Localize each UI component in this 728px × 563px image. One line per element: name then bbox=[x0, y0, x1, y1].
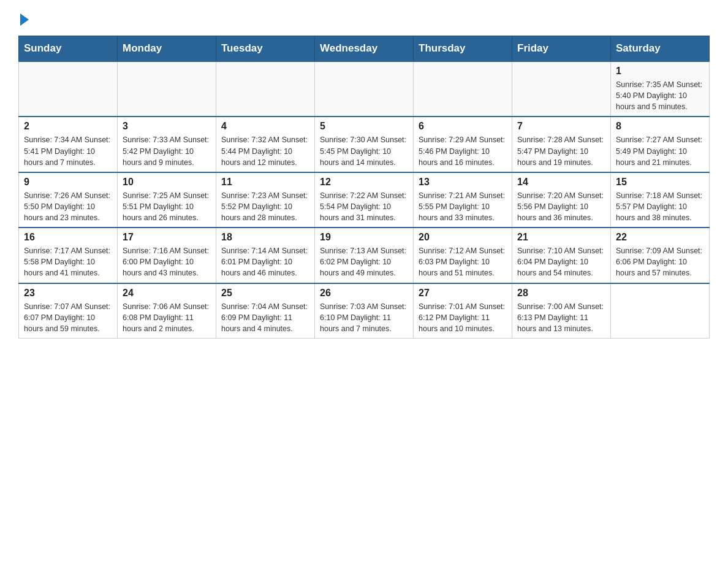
calendar-cell bbox=[611, 283, 710, 339]
calendar-cell: 6Sunrise: 7:29 AM Sunset: 5:46 PM Daylig… bbox=[414, 117, 512, 172]
day-info: Sunrise: 7:26 AM Sunset: 5:50 PM Dayligh… bbox=[24, 190, 112, 223]
calendar-cell: 18Sunrise: 7:14 AM Sunset: 6:01 PM Dayli… bbox=[216, 228, 315, 283]
calendar-cell: 20Sunrise: 7:12 AM Sunset: 6:03 PM Dayli… bbox=[414, 228, 512, 283]
calendar-week-row: 1Sunrise: 7:35 AM Sunset: 5:40 PM Daylig… bbox=[19, 61, 710, 117]
day-info: Sunrise: 7:01 AM Sunset: 6:12 PM Dayligh… bbox=[419, 301, 507, 334]
day-info: Sunrise: 7:18 AM Sunset: 5:57 PM Dayligh… bbox=[616, 190, 704, 223]
calendar-cell bbox=[216, 61, 315, 117]
calendar-cell: 25Sunrise: 7:04 AM Sunset: 6:09 PM Dayli… bbox=[216, 283, 315, 339]
day-info: Sunrise: 7:25 AM Sunset: 5:51 PM Dayligh… bbox=[123, 190, 211, 223]
day-info: Sunrise: 7:34 AM Sunset: 5:41 PM Dayligh… bbox=[24, 134, 112, 167]
calendar-cell bbox=[512, 61, 611, 117]
day-info: Sunrise: 7:17 AM Sunset: 5:58 PM Dayligh… bbox=[24, 245, 112, 278]
calendar-cell: 3Sunrise: 7:33 AM Sunset: 5:42 PM Daylig… bbox=[118, 117, 216, 172]
calendar-week-row: 16Sunrise: 7:17 AM Sunset: 5:58 PM Dayli… bbox=[19, 228, 710, 283]
day-info: Sunrise: 7:13 AM Sunset: 6:02 PM Dayligh… bbox=[320, 245, 408, 278]
day-number: 26 bbox=[320, 288, 408, 299]
calendar-cell: 23Sunrise: 7:07 AM Sunset: 6:07 PM Dayli… bbox=[19, 283, 118, 339]
day-info: Sunrise: 7:16 AM Sunset: 6:00 PM Dayligh… bbox=[123, 245, 211, 278]
day-number: 17 bbox=[123, 232, 211, 243]
calendar-header-row: SundayMondayTuesdayWednesdayThursdayFrid… bbox=[19, 36, 710, 62]
calendar-cell: 4Sunrise: 7:32 AM Sunset: 5:44 PM Daylig… bbox=[216, 117, 315, 172]
calendar-cell: 16Sunrise: 7:17 AM Sunset: 5:58 PM Dayli… bbox=[19, 228, 118, 283]
day-number: 22 bbox=[616, 232, 704, 243]
calendar-cell: 11Sunrise: 7:23 AM Sunset: 5:52 PM Dayli… bbox=[216, 172, 315, 228]
calendar-cell: 26Sunrise: 7:03 AM Sunset: 6:10 PM Dayli… bbox=[315, 283, 414, 339]
calendar-cell: 24Sunrise: 7:06 AM Sunset: 6:08 PM Dayli… bbox=[118, 283, 216, 339]
calendar-week-row: 23Sunrise: 7:07 AM Sunset: 6:07 PM Dayli… bbox=[19, 283, 710, 339]
calendar-cell bbox=[118, 61, 216, 117]
calendar-week-row: 2Sunrise: 7:34 AM Sunset: 5:41 PM Daylig… bbox=[19, 117, 710, 172]
calendar-cell: 17Sunrise: 7:16 AM Sunset: 6:00 PM Dayli… bbox=[118, 228, 216, 283]
calendar-cell: 21Sunrise: 7:10 AM Sunset: 6:04 PM Dayli… bbox=[512, 228, 611, 283]
calendar-cell: 12Sunrise: 7:22 AM Sunset: 5:54 PM Dayli… bbox=[315, 172, 414, 228]
calendar-cell: 14Sunrise: 7:20 AM Sunset: 5:56 PM Dayli… bbox=[512, 172, 611, 228]
column-header-wednesday: Wednesday bbox=[315, 36, 414, 62]
day-number: 2 bbox=[24, 121, 112, 132]
calendar-cell: 8Sunrise: 7:27 AM Sunset: 5:49 PM Daylig… bbox=[611, 117, 710, 172]
day-number: 1 bbox=[616, 66, 704, 77]
calendar-cell: 7Sunrise: 7:28 AM Sunset: 5:47 PM Daylig… bbox=[512, 117, 611, 172]
calendar-cell: 1Sunrise: 7:35 AM Sunset: 5:40 PM Daylig… bbox=[611, 61, 710, 117]
day-number: 7 bbox=[517, 121, 605, 132]
day-info: Sunrise: 7:29 AM Sunset: 5:46 PM Dayligh… bbox=[419, 134, 507, 167]
day-number: 21 bbox=[517, 232, 605, 243]
calendar-cell: 10Sunrise: 7:25 AM Sunset: 5:51 PM Dayli… bbox=[118, 172, 216, 228]
day-number: 12 bbox=[320, 177, 408, 188]
day-number: 20 bbox=[419, 232, 507, 243]
day-info: Sunrise: 7:04 AM Sunset: 6:09 PM Dayligh… bbox=[221, 301, 309, 334]
day-number: 23 bbox=[24, 288, 112, 299]
calendar-cell: 2Sunrise: 7:34 AM Sunset: 5:41 PM Daylig… bbox=[19, 117, 118, 172]
day-number: 5 bbox=[320, 121, 408, 132]
column-header-friday: Friday bbox=[512, 36, 611, 62]
logo-arrow-icon bbox=[20, 13, 29, 26]
day-info: Sunrise: 7:12 AM Sunset: 6:03 PM Dayligh… bbox=[419, 245, 507, 278]
day-info: Sunrise: 7:27 AM Sunset: 5:49 PM Dayligh… bbox=[616, 134, 704, 167]
day-info: Sunrise: 7:22 AM Sunset: 5:54 PM Dayligh… bbox=[320, 190, 408, 223]
day-info: Sunrise: 7:14 AM Sunset: 6:01 PM Dayligh… bbox=[221, 245, 309, 278]
calendar-cell: 19Sunrise: 7:13 AM Sunset: 6:02 PM Dayli… bbox=[315, 228, 414, 283]
day-info: Sunrise: 7:06 AM Sunset: 6:08 PM Dayligh… bbox=[123, 301, 211, 334]
calendar-cell: 22Sunrise: 7:09 AM Sunset: 6:06 PM Dayli… bbox=[611, 228, 710, 283]
day-number: 25 bbox=[221, 288, 309, 299]
day-number: 9 bbox=[24, 177, 112, 188]
day-info: Sunrise: 7:03 AM Sunset: 6:10 PM Dayligh… bbox=[320, 301, 408, 334]
day-number: 18 bbox=[221, 232, 309, 243]
day-info: Sunrise: 7:28 AM Sunset: 5:47 PM Dayligh… bbox=[517, 134, 605, 167]
calendar-cell bbox=[19, 61, 118, 117]
day-info: Sunrise: 7:32 AM Sunset: 5:44 PM Dayligh… bbox=[221, 134, 309, 167]
day-info: Sunrise: 7:33 AM Sunset: 5:42 PM Dayligh… bbox=[123, 134, 211, 167]
day-info: Sunrise: 7:10 AM Sunset: 6:04 PM Dayligh… bbox=[517, 245, 605, 278]
day-info: Sunrise: 7:20 AM Sunset: 5:56 PM Dayligh… bbox=[517, 190, 605, 223]
day-number: 14 bbox=[517, 177, 605, 188]
calendar-cell: 13Sunrise: 7:21 AM Sunset: 5:55 PM Dayli… bbox=[414, 172, 512, 228]
day-number: 16 bbox=[24, 232, 112, 243]
day-number: 6 bbox=[419, 121, 507, 132]
column-header-thursday: Thursday bbox=[414, 36, 512, 62]
day-info: Sunrise: 7:21 AM Sunset: 5:55 PM Dayligh… bbox=[419, 190, 507, 223]
day-info: Sunrise: 7:23 AM Sunset: 5:52 PM Dayligh… bbox=[221, 190, 309, 223]
logo bbox=[18, 12, 29, 25]
calendar-cell: 9Sunrise: 7:26 AM Sunset: 5:50 PM Daylig… bbox=[19, 172, 118, 228]
day-info: Sunrise: 7:07 AM Sunset: 6:07 PM Dayligh… bbox=[24, 301, 112, 334]
calendar-table: SundayMondayTuesdayWednesdayThursdayFrid… bbox=[18, 36, 710, 339]
day-info: Sunrise: 7:09 AM Sunset: 6:06 PM Dayligh… bbox=[616, 245, 704, 278]
calendar-week-row: 9Sunrise: 7:26 AM Sunset: 5:50 PM Daylig… bbox=[19, 172, 710, 228]
day-info: Sunrise: 7:30 AM Sunset: 5:45 PM Dayligh… bbox=[320, 134, 408, 167]
calendar-cell: 5Sunrise: 7:30 AM Sunset: 5:45 PM Daylig… bbox=[315, 117, 414, 172]
day-number: 19 bbox=[320, 232, 408, 243]
day-number: 3 bbox=[123, 121, 211, 132]
day-number: 4 bbox=[221, 121, 309, 132]
calendar-cell bbox=[315, 61, 414, 117]
calendar-cell bbox=[414, 61, 512, 117]
day-number: 24 bbox=[123, 288, 211, 299]
column-header-sunday: Sunday bbox=[19, 36, 118, 62]
calendar-cell: 27Sunrise: 7:01 AM Sunset: 6:12 PM Dayli… bbox=[414, 283, 512, 339]
calendar-cell: 28Sunrise: 7:00 AM Sunset: 6:13 PM Dayli… bbox=[512, 283, 611, 339]
day-info: Sunrise: 7:00 AM Sunset: 6:13 PM Dayligh… bbox=[517, 301, 605, 334]
column-header-monday: Monday bbox=[118, 36, 216, 62]
day-number: 27 bbox=[419, 288, 507, 299]
day-number: 10 bbox=[123, 177, 211, 188]
column-header-saturday: Saturday bbox=[611, 36, 710, 62]
column-header-tuesday: Tuesday bbox=[216, 36, 315, 62]
